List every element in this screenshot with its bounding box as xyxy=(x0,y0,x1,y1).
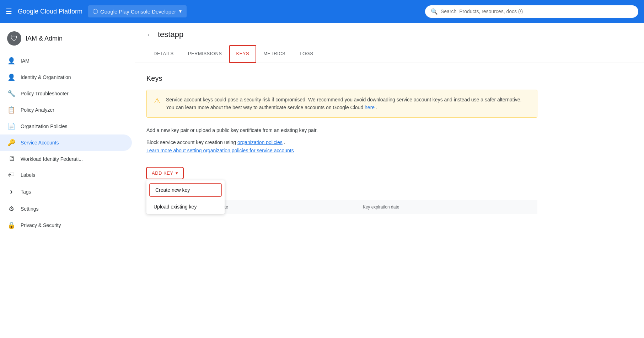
sidebar-header: 🛡 IAM & Admin xyxy=(0,26,135,53)
sidebar-product-icon: 🛡 xyxy=(7,31,21,46)
sidebar: 🛡 IAM & Admin 👤 IAM 👤 Identity & Organiz… xyxy=(0,23,135,338)
warning-icon: ⚠ xyxy=(154,96,160,105)
project-dropdown-arrow: ▼ xyxy=(178,9,183,14)
hamburger-icon[interactable]: ☰ xyxy=(6,7,12,16)
top-nav: ☰ Google Cloud Platform ⬡ Google Play Co… xyxy=(0,0,644,23)
project-selector[interactable]: ⬡ Google Play Console Developer ▼ xyxy=(88,5,187,17)
sidebar-title: IAM & Admin xyxy=(26,35,63,42)
tab-metrics[interactable]: METRICS xyxy=(256,45,293,63)
labels-icon: 🏷 xyxy=(7,171,16,179)
policy-troubleshooter-icon: 🔧 xyxy=(7,90,16,97)
tab-logs[interactable]: LOGS xyxy=(293,45,320,63)
info-text-1: Add a new key pair or upload a public ke… xyxy=(146,126,633,134)
table-col-expiration-date: Key expiration date xyxy=(357,200,537,214)
add-key-label: ADD KEY xyxy=(152,170,173,176)
page-title: testapp xyxy=(158,30,183,39)
sidebar-item-label: Service Accounts xyxy=(21,140,59,146)
org-policies-icon: 📄 xyxy=(7,122,16,130)
sidebar-item-label: Organization Policies xyxy=(21,123,68,129)
sidebar-item-label: Policy Analyzer xyxy=(21,107,54,113)
tags-icon: › xyxy=(7,187,16,196)
add-key-dropdown-menu: Create new key Upload existing key xyxy=(146,180,225,214)
service-accounts-icon: 🔑 xyxy=(7,139,16,147)
upload-existing-key-item[interactable]: Upload existing key xyxy=(146,200,225,214)
search-bar: 🔍 xyxy=(425,5,638,18)
sidebar-item-workload-identity[interactable]: 🖥 Workload Identity Federati... xyxy=(0,151,132,167)
back-icon: ← xyxy=(146,31,154,39)
sidebar-item-label: Privacy & Security xyxy=(21,222,61,228)
add-key-dropdown-container: ADD KEY ▾ Create new key Upload existing… xyxy=(146,167,183,179)
warning-link[interactable]: here xyxy=(365,105,375,110)
add-key-arrow-icon: ▾ xyxy=(176,170,178,176)
identity-org-icon: 👤 xyxy=(7,73,16,81)
workload-identity-icon: 🖥 xyxy=(7,155,16,163)
tab-details[interactable]: DETAILS xyxy=(146,45,181,63)
sidebar-item-iam[interactable]: 👤 IAM xyxy=(0,53,132,69)
app-logo: Google Cloud Platform xyxy=(18,8,82,15)
sidebar-item-label: Labels xyxy=(21,172,35,178)
learn-more-link[interactable]: Learn more about setting organization po… xyxy=(146,148,294,153)
sidebar-item-label: Policy Troubleshooter xyxy=(21,91,69,96)
settings-icon: ⚙ xyxy=(7,205,16,213)
policy-analyzer-icon: 📋 xyxy=(7,106,16,114)
add-key-button[interactable]: ADD KEY ▾ xyxy=(146,167,183,179)
sidebar-item-label: Workload Identity Federati... xyxy=(21,156,83,162)
sidebar-item-service-accounts[interactable]: 🔑 Service Accounts xyxy=(0,134,132,151)
warning-text: Service account keys could pose a securi… xyxy=(166,96,530,112)
iam-icon: 👤 xyxy=(7,57,16,65)
tabs-bar: DETAILS PERMISSIONS KEYS METRICS LOGS xyxy=(135,45,644,63)
sidebar-item-policy-analyzer[interactable]: 📋 Policy Analyzer xyxy=(0,102,132,118)
privacy-security-icon: 🔒 xyxy=(7,221,16,229)
org-policies-link[interactable]: organization policies xyxy=(237,139,283,145)
section-title: Keys xyxy=(146,74,633,83)
project-name: Google Play Console Developer xyxy=(100,9,176,15)
create-new-key-item[interactable]: Create new key xyxy=(149,183,222,197)
warning-box: ⚠ Service account keys could pose a secu… xyxy=(146,90,537,118)
tab-keys[interactable]: KEYS xyxy=(229,45,257,63)
search-input[interactable] xyxy=(441,9,633,14)
sidebar-item-label: Settings xyxy=(21,206,39,212)
sidebar-item-policy-troubleshooter[interactable]: 🔧 Policy Troubleshooter xyxy=(0,85,132,102)
sidebar-item-label: Tags xyxy=(21,189,31,195)
sidebar-item-org-policies[interactable]: 📄 Organization Policies xyxy=(0,118,132,134)
back-button[interactable]: ← xyxy=(146,31,154,39)
info-text-2: Block service account key creation using… xyxy=(146,138,633,154)
main-content: ← testapp DETAILS PERMISSIONS KEYS METRI… xyxy=(135,23,644,338)
page-header: ← testapp xyxy=(135,23,644,45)
sidebar-item-privacy-security[interactable]: 🔒 Privacy & Security xyxy=(0,217,132,233)
sidebar-item-label: IAM xyxy=(21,58,29,64)
sidebar-item-labels[interactable]: 🏷 Labels xyxy=(0,167,132,183)
sidebar-item-identity-org[interactable]: 👤 Identity & Organization xyxy=(0,69,132,85)
sidebar-item-tags[interactable]: › Tags xyxy=(0,183,132,201)
tab-permissions[interactable]: PERMISSIONS xyxy=(181,45,229,63)
app-layout: 🛡 IAM & Admin 👤 IAM 👤 Identity & Organiz… xyxy=(0,23,644,338)
project-icon: ⬡ xyxy=(92,7,98,15)
search-icon: 🔍 xyxy=(431,8,438,15)
sidebar-item-label: Identity & Organization xyxy=(21,74,71,80)
sidebar-item-settings[interactable]: ⚙ Settings xyxy=(0,201,132,217)
content-area: Keys ⚠ Service account keys could pose a… xyxy=(135,63,644,226)
